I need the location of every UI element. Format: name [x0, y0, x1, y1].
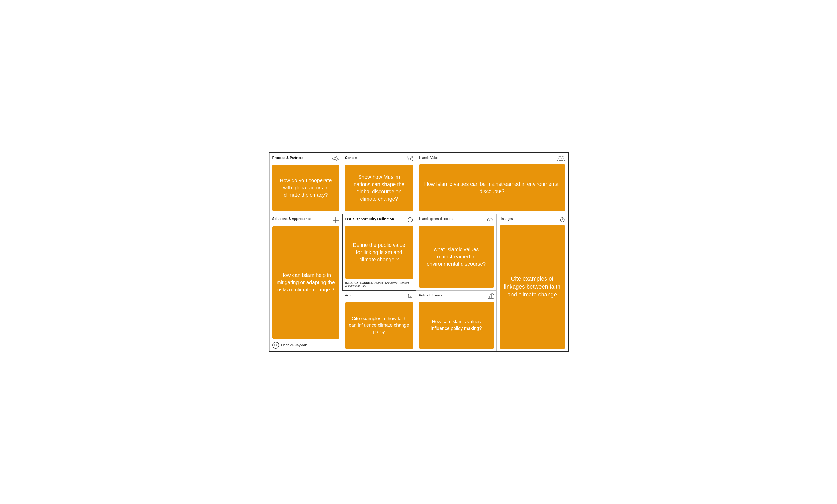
- action-cell: Action Cite examples of how faith can in…: [342, 290, 416, 352]
- issue-opportunity-cell: Issue/Opportunity Definition ! Define th…: [342, 214, 416, 291]
- svg-point-2: [335, 160, 336, 161]
- policy-influence-cell: Policy Influence How can Islamic values …: [416, 290, 497, 352]
- issue-categories: ISSUE CATEGORIES Access | Commerce | Con…: [345, 282, 413, 287]
- islamic-green-header: Islamic green discourse: [419, 217, 494, 224]
- svg-line-5: [334, 159, 335, 160]
- process-partners-title: Process & Partners: [272, 156, 303, 160]
- issue-opportunity-icon: !: [407, 217, 413, 223]
- copyright-symbol: C: [272, 342, 279, 348]
- issue-categories-label: ISSUE CATEGORIES: [345, 282, 373, 285]
- linkages-header: Linkages: [499, 217, 565, 223]
- svg-line-13: [408, 157, 408, 158]
- svg-line-14: [410, 157, 411, 158]
- action-header: Action: [345, 293, 413, 300]
- policy-influence-card: How can Islamic values influence policy …: [419, 302, 494, 348]
- islamic-values-title: Islamic Values: [419, 156, 441, 160]
- issue-opportunity-card: Define the public value for linking Isla…: [345, 226, 413, 279]
- solutions-card: How can Islam help in mitigating or adap…: [272, 226, 339, 339]
- process-partners-icon: [332, 156, 339, 162]
- context-title: Context: [345, 156, 357, 160]
- process-partners-header: Process & Partners: [272, 156, 339, 162]
- svg-point-3: [338, 158, 339, 159]
- svg-rect-38: [488, 296, 489, 299]
- solutions-header: Solutions & Approaches: [272, 217, 339, 224]
- process-partners-card: How do you cooperate with global actors …: [272, 164, 339, 211]
- islamic-values-cell: Islamic Values How Islamic values can be…: [416, 153, 568, 214]
- islamic-green-cell: Islamic green discourse what Islamic val…: [416, 214, 497, 290]
- svg-rect-21: [336, 217, 339, 220]
- svg-line-7: [336, 159, 338, 160]
- context-card: Show how Muslim nations can shape the gl…: [345, 165, 413, 211]
- linkages-icon: [559, 217, 565, 223]
- svg-point-18: [560, 156, 562, 158]
- svg-point-19: [562, 156, 564, 158]
- svg-line-30: [562, 220, 563, 220]
- islamic-values-header: Islamic Values: [419, 156, 565, 162]
- solutions-cell: Solutions & Approaches How can Islam hel…: [269, 214, 342, 352]
- svg-text:!: !: [410, 218, 411, 221]
- linkages-title: Linkages: [499, 217, 513, 221]
- solutions-icon: [333, 217, 339, 224]
- svg-point-10: [411, 156, 412, 158]
- linkages-cell: Linkages Cite examples of linkages betwe…: [497, 214, 568, 352]
- context-icon: [406, 156, 413, 163]
- process-partners-cell: Process & Partners How do you cooperate …: [269, 153, 342, 214]
- linkages-card: Cite examples of linkages between faith …: [499, 225, 565, 348]
- svg-point-1: [335, 156, 336, 158]
- svg-line-15: [408, 159, 408, 160]
- context-cell: Context Show how Muslim nations can shap…: [342, 153, 416, 214]
- svg-point-8: [409, 158, 411, 160]
- svg-rect-20: [333, 217, 336, 220]
- svg-point-9: [407, 156, 408, 158]
- svg-point-17: [558, 156, 560, 158]
- author-name: Odeh Al- Jayyousi: [281, 343, 308, 347]
- context-header: Context: [345, 156, 413, 163]
- svg-line-4: [334, 157, 335, 159]
- policy-influence-title: Policy Influence: [419, 293, 443, 297]
- svg-point-26: [487, 218, 490, 221]
- islamic-green-card: what Islamic values mainstreamed in envi…: [419, 226, 494, 288]
- islamic-green-title: Islamic green discourse: [419, 217, 455, 221]
- policy-influence-icon: [487, 293, 494, 300]
- svg-line-6: [336, 157, 338, 158]
- islamic-values-card: How Islamic values can be mainstreamed i…: [419, 164, 565, 211]
- action-card: Cite examples of how faith can influence…: [345, 302, 413, 348]
- issue-opportunity-header: Issue/Opportunity Definition !: [345, 217, 413, 223]
- svg-point-0: [332, 158, 334, 159]
- svg-rect-22: [333, 220, 336, 223]
- svg-rect-39: [490, 294, 491, 299]
- solutions-title: Solutions & Approaches: [272, 217, 311, 221]
- islamic-values-icon: [557, 156, 565, 162]
- svg-point-12: [411, 160, 412, 161]
- action-title: Action: [345, 293, 354, 297]
- svg-point-27: [490, 218, 493, 221]
- svg-point-11: [407, 160, 408, 161]
- footer-area: C Odeh Al- Jayyousi: [272, 339, 339, 348]
- policy-influence-header: Policy Influence: [419, 293, 494, 300]
- issue-opportunity-title: Issue/Opportunity Definition: [345, 217, 394, 221]
- action-icon: [407, 293, 413, 300]
- svg-rect-23: [336, 220, 339, 223]
- islamic-green-icon: [486, 217, 494, 224]
- svg-rect-40: [492, 293, 493, 299]
- svg-line-16: [410, 159, 411, 160]
